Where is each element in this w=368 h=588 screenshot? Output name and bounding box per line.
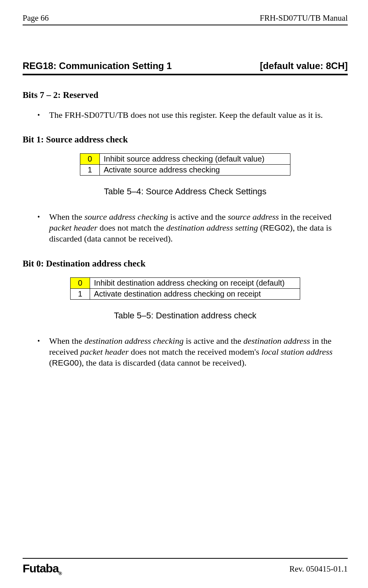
text-span: in the received <box>279 212 331 222</box>
section-bar: REG18: Communication Setting 1 [default … <box>23 60 348 71</box>
table-5-4-caption: Table 5–4: Source Address Check Settings <box>23 187 348 197</box>
table-row: 1 Activate source address checking <box>80 165 290 176</box>
bit-0-bullet-text: When the destination address checking is… <box>49 336 348 368</box>
text-span: ( <box>258 223 263 233</box>
bullet-icon: • <box>37 110 49 121</box>
register-ref: REG00 <box>52 358 79 367</box>
italic-term: local station address <box>262 347 333 357</box>
bit0-row0-code: 0 <box>71 277 90 288</box>
bit-1-table: 0 Inhibit source address checking (defau… <box>80 153 290 176</box>
page-header: Page 66 FRH-SD07TU/TB Manual <box>23 13 348 23</box>
bullet-icon: • <box>37 336 49 368</box>
footer-rule <box>23 558 348 559</box>
register-ref: REG02 <box>263 223 290 232</box>
bullet-icon: • <box>37 211 49 244</box>
bit-0-bullet: • When the destination address checking … <box>37 336 348 368</box>
bit-1-bullet: • When the source address checking is ac… <box>37 211 348 244</box>
bit-0-label: Bit 0: Destination address check <box>23 259 348 269</box>
table-row: 1 Activate destination address checking … <box>71 288 300 299</box>
table-row: 0 Inhibit destination address checking o… <box>71 277 300 288</box>
page-footer: Futaba® Rev. 050415-01.1 <box>23 558 348 576</box>
bit0-row1-desc: Activate destination address checking on… <box>90 288 300 299</box>
italic-term: destination address checking <box>84 336 184 346</box>
italic-term: destination address setting <box>166 223 258 233</box>
bit1-row1-desc: Activate source address checking <box>100 165 290 176</box>
table-row: 0 Inhibit source address checking (defau… <box>80 154 290 165</box>
brand-name: Futaba <box>23 562 58 575</box>
section-title: REG18: Communication Setting 1 <box>23 60 172 71</box>
text-span: does not match the received modem's <box>129 347 262 357</box>
bits-7-2-label: Bits 7 – 2: Reserved <box>23 90 348 100</box>
section-rule <box>23 74 348 75</box>
header-rule <box>23 25 348 25</box>
registered-icon: ® <box>58 571 62 576</box>
italic-term: destination address <box>243 336 310 346</box>
text-span: ), the data is discarded (data cannot be… <box>79 358 246 368</box>
bit1-row1-code: 1 <box>80 165 100 176</box>
bit0-row1-code: 1 <box>71 288 90 299</box>
bit0-row0-desc: Inhibit destination address checking on … <box>90 277 300 288</box>
header-left: Page 66 <box>23 13 49 23</box>
italic-term: source address checking <box>84 212 168 222</box>
table-5-5-caption: Table 5–5: Destination address check <box>23 311 348 321</box>
bit1-row0-code: 0 <box>80 154 100 165</box>
text-span: When the <box>49 336 84 346</box>
italic-term: packet header <box>49 223 97 233</box>
bit-1-label: Bit 1: Source address check <box>23 135 348 145</box>
revision-label: Rev. 050415-01.1 <box>289 564 348 574</box>
text-span: is active and the <box>184 336 243 346</box>
italic-term: source address <box>228 212 279 222</box>
bit-0-table: 0 Inhibit destination address checking o… <box>70 277 300 300</box>
section-default-value: [default value: 8CH] <box>260 60 348 71</box>
text-span: When the <box>49 212 84 222</box>
text-span: is active and the <box>168 212 228 222</box>
bits-7-2-bullet: • The FRH-SD07TU/TB does not use this re… <box>37 110 348 121</box>
brand-logo: Futaba® <box>23 562 62 576</box>
italic-term: packet header <box>80 347 129 357</box>
header-right: FRH-SD07TU/TB Manual <box>260 13 348 23</box>
bits-7-2-bullet-text: The FRH-SD07TU/TB does not use this regi… <box>49 110 348 121</box>
bit1-row0-desc: Inhibit source address checking (default… <box>100 154 290 165</box>
text-span: does not match the <box>97 223 166 233</box>
bit-1-bullet-text: When the source address checking is acti… <box>49 211 348 244</box>
